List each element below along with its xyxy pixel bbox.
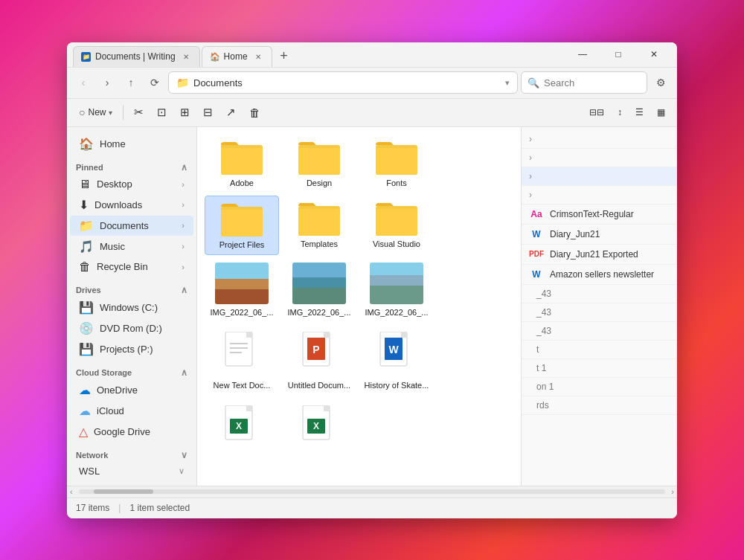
minimize-button[interactable]: —: [565, 42, 600, 66]
rp-row-1[interactable]: ›: [522, 130, 677, 149]
sidebar-item-documents[interactable]: 📁 Documents ›: [70, 216, 193, 236]
settings-button[interactable]: ⚙: [650, 72, 671, 93]
rename-button[interactable]: ⊟: [197, 101, 219, 123]
file-item-xls1[interactable]: X: [205, 399, 279, 458]
layout-button[interactable]: ▦: [651, 101, 671, 123]
sidebar: 🏠 Home Pinned ∧ 🖥 Desktop › ⬇ Downloads …: [67, 127, 197, 486]
sidebar-item-dvdrom-d[interactable]: 💿 DVD Rom (D:): [70, 318, 193, 338]
sidebar-item-home[interactable]: 🏠 Home: [70, 134, 193, 154]
rp-file-diary-exported[interactable]: PDF Diary_Jun21 Exported: [522, 245, 677, 265]
sidebar-item-icloud[interactable]: ☁ iCloud: [70, 401, 193, 421]
svg-rect-14: [246, 332, 252, 338]
img3-thumb: [370, 263, 423, 304]
file-item-img2[interactable]: IMG_2022_06_...: [282, 258, 356, 322]
cut-button[interactable]: ✂: [128, 101, 150, 123]
tab-documents-writing[interactable]: 📁 Documents | Writing ✕: [73, 46, 200, 67]
new-chevron-icon: ▾: [109, 109, 112, 117]
up-button[interactable]: ↑: [121, 72, 141, 93]
file-item-project-files[interactable]: Project Files: [205, 196, 279, 255]
file-item-adobe[interactable]: Adobe: [205, 135, 279, 193]
sidebar-item-recycle[interactable]: 🗑 Recycle Bin ›: [70, 257, 193, 277]
share-button[interactable]: ↗: [220, 101, 242, 123]
network-collapse-icon[interactable]: ∨: [181, 450, 187, 460]
new-button[interactable]: ○ New ▾: [73, 101, 118, 123]
img1-thumb: [215, 263, 269, 304]
sidebar-item-music[interactable]: 🎵 Music ›: [70, 236, 193, 257]
sort-button[interactable]: ↕: [612, 101, 628, 123]
rp-extra-2: _43: [522, 303, 677, 322]
file-item-word[interactable]: W History of Skate...: [359, 325, 434, 395]
address-bar[interactable]: 📁 Documents ▾: [168, 71, 518, 94]
rp-row-3[interactable]: ›: [522, 167, 677, 186]
tab-home[interactable]: 🏠 Home ✕: [202, 46, 272, 67]
rp-extra-text-7: rds: [536, 400, 549, 411]
dvdrom-d-icon: 💿: [79, 321, 94, 335]
new-tab-button[interactable]: +: [274, 46, 295, 67]
tab2-close[interactable]: ✕: [252, 51, 264, 62]
sidebar-item-projects-p[interactable]: 💾 Projects (P:): [70, 339, 193, 359]
visual-studio-label: Visual Studio: [373, 239, 420, 249]
svg-text:X: X: [313, 421, 319, 431]
downloads-icon: ⬇: [79, 198, 89, 212]
view-toggle-button[interactable]: ⊟⊟: [583, 101, 610, 123]
rp-extra-1: _43: [522, 285, 677, 303]
pinned-collapse-icon[interactable]: ∧: [181, 162, 187, 173]
ppt-label: Untitled Docum...: [288, 380, 350, 390]
scroll-left-arrow[interactable]: ‹: [67, 487, 76, 496]
file-item-xls2[interactable]: X: [282, 399, 356, 458]
sidebar-item-downloads[interactable]: ⬇ Downloads ›: [70, 195, 193, 215]
maximize-button[interactable]: □: [601, 42, 635, 66]
rp-file-amazon[interactable]: W Amazon sellers newsletter: [522, 265, 677, 285]
search-input[interactable]: [544, 77, 641, 88]
svg-text:X: X: [236, 421, 242, 431]
rp-row-4[interactable]: ›: [522, 186, 677, 205]
music-icon: 🎵: [79, 239, 94, 254]
drives-collapse-icon[interactable]: ∧: [181, 285, 187, 295]
sidebar-item-desktop[interactable]: 🖥 Desktop ›: [70, 175, 193, 194]
view-icon: ⊟⊟: [589, 107, 604, 118]
rp-row-2[interactable]: ›: [522, 149, 677, 167]
rp-expand-2[interactable]: ›: [529, 152, 532, 163]
search-box[interactable]: 🔍: [521, 71, 647, 94]
project-files-label: Project Files: [219, 239, 265, 250]
design-folder-icon: [298, 139, 340, 175]
copy-button[interactable]: ⊡: [151, 101, 173, 123]
rp-expand-4[interactable]: ›: [529, 190, 532, 200]
file-item-ppt[interactable]: P Untitled Docum...: [282, 325, 356, 395]
filter-button[interactable]: ☰: [629, 101, 650, 123]
scroll-right-arrow[interactable]: ›: [668, 487, 677, 496]
rp-expand-3[interactable]: ›: [529, 171, 532, 181]
sidebar-item-gdrive[interactable]: △ Google Drive: [70, 422, 193, 442]
statusbar: 17 items | 1 item selected: [67, 498, 677, 518]
cloud-collapse-icon[interactable]: ∧: [181, 367, 187, 378]
downloads-chevron-icon: ›: [182, 200, 185, 209]
file-item-visual-studio[interactable]: Visual Studio: [359, 196, 434, 255]
rp-expand-1[interactable]: ›: [529, 134, 532, 144]
file-item-fonts[interactable]: Fonts: [359, 135, 434, 193]
sidebar-item-wsl[interactable]: WSL ∨: [70, 463, 193, 480]
back-button[interactable]: ‹: [73, 72, 94, 93]
tab1-close[interactable]: ✕: [180, 51, 192, 62]
sidebar-item-onedrive[interactable]: ☁ OneDrive: [70, 380, 193, 400]
refresh-button[interactable]: ⟳: [144, 72, 165, 93]
forward-button[interactable]: ›: [97, 72, 118, 93]
toolbar-sep1: [123, 105, 124, 120]
file-item-txt[interactable]: New Text Doc...: [205, 325, 279, 395]
file-item-templates[interactable]: Templates: [282, 196, 356, 255]
filter-icon: ☰: [635, 107, 644, 118]
rp-extra-6: on 1: [522, 378, 677, 396]
horizontal-scrollbar[interactable]: ‹ ›: [67, 486, 677, 498]
windows-c-icon: 💾: [79, 300, 94, 315]
delete-button[interactable]: 🗑: [243, 101, 266, 123]
file-item-img1[interactable]: IMG_2022_06_...: [205, 258, 279, 322]
file-grid: Adobe Design Fonts: [197, 127, 521, 486]
scrollbar-thumb[interactable]: [94, 489, 153, 494]
rp-file-diary-jun21[interactable]: W Diary_Jun21: [522, 225, 677, 245]
file-item-design[interactable]: Design: [282, 135, 356, 193]
sidebar-item-windows-c[interactable]: 💾 Windows (C:): [70, 297, 193, 318]
paste-button[interactable]: ⊞: [174, 101, 196, 123]
close-button[interactable]: ✕: [637, 42, 671, 66]
rp-file-crimsontext[interactable]: Aa CrimsonText-Regular: [522, 205, 677, 225]
file-item-img3[interactable]: IMG_2022_06_...: [359, 258, 434, 322]
sidebar-documents-label: Documents: [100, 220, 176, 231]
